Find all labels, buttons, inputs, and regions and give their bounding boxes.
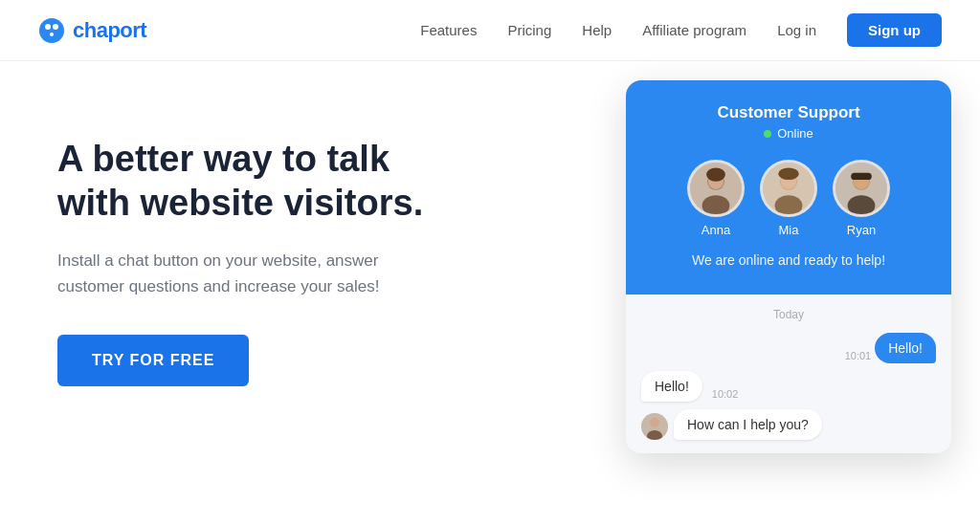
chat-widget: Customer Support Online [626, 80, 951, 453]
small-avatar [641, 413, 668, 440]
login-button[interactable]: Log in [777, 22, 816, 38]
agent-mia-avatar [760, 160, 817, 217]
logo-text: chaport [73, 18, 146, 43]
svg-rect-18 [851, 173, 872, 180]
svg-point-20 [650, 418, 659, 427]
agent-anna-avatar [687, 160, 745, 217]
status-dot-icon [764, 130, 771, 138]
agent-ryan-avatar [833, 160, 890, 217]
nav-features[interactable]: Features [420, 22, 477, 38]
agent-anna-name: Anna [702, 223, 730, 237]
chat-header: Customer Support Online [626, 80, 951, 295]
hero-headline: A better way to talkwith website visitor… [57, 138, 507, 225]
chaport-logo-icon [38, 17, 65, 44]
svg-point-0 [39, 18, 64, 43]
chat-body: Today 10:01 Hello! Hello! 10:02 [626, 295, 951, 453]
chat-status: Online [645, 126, 932, 141]
message-1: 10:01 Hello! [641, 333, 936, 363]
svg-point-3 [50, 33, 54, 36]
msg-time-2: 10:02 [712, 388, 739, 400]
chat-status-text: Online [777, 126, 813, 141]
svg-point-2 [53, 24, 58, 30]
signup-button[interactable]: Sign up [847, 13, 942, 47]
chat-title: Customer Support [645, 103, 932, 122]
chat-widget-container: Customer Support Online [626, 80, 951, 453]
nav-help[interactable]: Help [582, 22, 612, 38]
message-2: Hello! 10:02 [641, 371, 936, 402]
header: chaport Features Pricing Help Affiliate … [0, 0, 980, 61]
nav-pricing[interactable]: Pricing [507, 22, 551, 38]
agent-mia: Mia [760, 160, 817, 237]
msg-bubble-2: Hello! [641, 371, 702, 402]
agent-ryan: Ryan [833, 160, 890, 237]
agents-list: Anna Mia [645, 160, 932, 237]
hero-left: A better way to talkwith website visitor… [57, 119, 507, 386]
chat-messages: 10:01 Hello! Hello! 10:02 [641, 333, 936, 440]
agent-ryan-name: Ryan [847, 223, 876, 237]
agent-mia-name: Mia [779, 223, 799, 237]
main-content: A better way to talkwith website visitor… [0, 61, 980, 524]
logo: chaport [38, 17, 146, 44]
svg-point-8 [706, 167, 725, 181]
nav: Features Pricing Help Affiliate program … [420, 13, 942, 47]
hero-subheadline: Install a chat button on your website, a… [57, 248, 421, 299]
try-free-button[interactable]: TRY FOR FREE [57, 335, 249, 386]
svg-point-1 [45, 24, 51, 30]
nav-affiliate[interactable]: Affiliate program [642, 22, 746, 38]
message-3: How can I help you? [641, 409, 936, 440]
chat-greeting: We are online and ready to help! [645, 252, 932, 268]
svg-point-13 [778, 167, 799, 180]
msg-time-1: 10:01 [845, 350, 872, 361]
msg-bubble-3: How can I help you? [674, 409, 822, 440]
agent-anna: Anna [687, 160, 745, 237]
msg-bubble-1: Hello! [875, 333, 936, 363]
chat-date: Today [641, 308, 936, 321]
